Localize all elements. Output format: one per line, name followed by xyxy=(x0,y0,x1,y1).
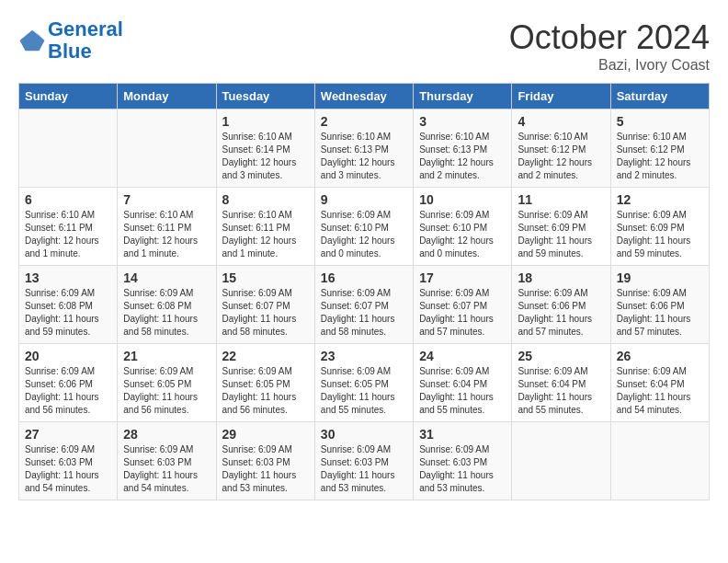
calendar-cell: 19Sunrise: 6:09 AM Sunset: 6:06 PM Dayli… xyxy=(610,266,709,344)
day-number: 20 xyxy=(25,349,111,363)
calendar-week-4: 20Sunrise: 6:09 AM Sunset: 6:06 PM Dayli… xyxy=(19,344,710,422)
calendar-cell: 31Sunrise: 6:09 AM Sunset: 6:03 PM Dayli… xyxy=(414,422,512,500)
day-info: Sunrise: 6:09 AM Sunset: 6:07 PM Dayligh… xyxy=(419,287,506,339)
calendar-week-5: 27Sunrise: 6:09 AM Sunset: 6:03 PM Dayli… xyxy=(19,422,710,500)
day-info: Sunrise: 6:09 AM Sunset: 6:09 PM Dayligh… xyxy=(518,209,604,260)
day-number: 11 xyxy=(518,192,604,207)
day-info: Sunrise: 6:10 AM Sunset: 6:11 PM Dayligh… xyxy=(123,209,210,260)
day-number: 22 xyxy=(222,349,309,363)
calendar-week-3: 13Sunrise: 6:09 AM Sunset: 6:08 PM Dayli… xyxy=(19,266,710,344)
calendar-cell: 13Sunrise: 6:09 AM Sunset: 6:08 PM Dayli… xyxy=(19,266,118,344)
calendar-cell: 23Sunrise: 6:09 AM Sunset: 6:05 PM Dayli… xyxy=(314,344,413,422)
calendar-cell: 29Sunrise: 6:09 AM Sunset: 6:03 PM Dayli… xyxy=(216,422,314,500)
header-cell-wednesday: Wednesday xyxy=(314,84,413,109)
day-number: 27 xyxy=(25,427,111,442)
day-number: 7 xyxy=(123,192,210,207)
day-number: 9 xyxy=(321,192,407,207)
day-info: Sunrise: 6:09 AM Sunset: 6:04 PM Dayligh… xyxy=(518,365,604,417)
calendar-cell: 30Sunrise: 6:09 AM Sunset: 6:03 PM Dayli… xyxy=(314,422,413,500)
day-info: Sunrise: 6:09 AM Sunset: 6:07 PM Dayligh… xyxy=(321,287,407,339)
day-number: 21 xyxy=(123,349,210,363)
day-number: 6 xyxy=(25,192,111,207)
calendar-cell xyxy=(610,422,709,500)
calendar-cell: 11Sunrise: 6:09 AM Sunset: 6:09 PM Dayli… xyxy=(512,188,610,266)
calendar-cell: 24Sunrise: 6:09 AM Sunset: 6:04 PM Dayli… xyxy=(414,344,512,422)
logo-text: General Blue xyxy=(48,18,123,63)
day-info: Sunrise: 6:09 AM Sunset: 6:10 PM Dayligh… xyxy=(419,209,506,260)
day-info: Sunrise: 6:09 AM Sunset: 6:08 PM Dayligh… xyxy=(123,287,210,339)
calendar-cell: 28Sunrise: 6:09 AM Sunset: 6:03 PM Dayli… xyxy=(118,422,216,500)
page-title: October 2024 xyxy=(509,18,710,57)
calendar-cell: 25Sunrise: 6:09 AM Sunset: 6:04 PM Dayli… xyxy=(512,344,610,422)
calendar-week-2: 6Sunrise: 6:10 AM Sunset: 6:11 PM Daylig… xyxy=(19,188,710,266)
calendar-cell: 12Sunrise: 6:09 AM Sunset: 6:09 PM Dayli… xyxy=(610,188,709,266)
calendar-cell: 22Sunrise: 6:09 AM Sunset: 6:05 PM Dayli… xyxy=(216,344,314,422)
calendar-cell: 1Sunrise: 6:10 AM Sunset: 6:14 PM Daylig… xyxy=(216,109,314,188)
day-number: 29 xyxy=(222,427,309,442)
calendar-cell: 20Sunrise: 6:09 AM Sunset: 6:06 PM Dayli… xyxy=(19,344,118,422)
day-number: 1 xyxy=(222,114,309,129)
calendar-cell: 18Sunrise: 6:09 AM Sunset: 6:06 PM Dayli… xyxy=(512,266,610,344)
day-number: 16 xyxy=(321,270,407,285)
day-number: 14 xyxy=(123,270,210,285)
header-cell-friday: Friday xyxy=(512,84,610,109)
calendar-cell xyxy=(19,109,118,188)
day-number: 31 xyxy=(419,427,506,442)
day-info: Sunrise: 6:10 AM Sunset: 6:12 PM Dayligh… xyxy=(518,131,604,182)
logo: General Blue xyxy=(18,18,123,63)
day-number: 18 xyxy=(518,270,604,285)
calendar-cell: 15Sunrise: 6:09 AM Sunset: 6:07 PM Dayli… xyxy=(216,266,314,344)
day-info: Sunrise: 6:10 AM Sunset: 6:12 PM Dayligh… xyxy=(617,131,703,182)
header-cell-tuesday: Tuesday xyxy=(216,84,314,109)
calendar-cell: 6Sunrise: 6:10 AM Sunset: 6:11 PM Daylig… xyxy=(19,188,118,266)
day-info: Sunrise: 6:09 AM Sunset: 6:06 PM Dayligh… xyxy=(25,365,111,417)
day-number: 26 xyxy=(617,349,703,363)
day-info: Sunrise: 6:09 AM Sunset: 6:06 PM Dayligh… xyxy=(518,287,604,339)
calendar-cell: 26Sunrise: 6:09 AM Sunset: 6:04 PM Dayli… xyxy=(610,344,709,422)
day-info: Sunrise: 6:09 AM Sunset: 6:03 PM Dayligh… xyxy=(321,443,407,495)
day-info: Sunrise: 6:09 AM Sunset: 6:05 PM Dayligh… xyxy=(321,365,407,417)
day-info: Sunrise: 6:09 AM Sunset: 6:03 PM Dayligh… xyxy=(222,443,309,495)
calendar-cell: 14Sunrise: 6:09 AM Sunset: 6:08 PM Dayli… xyxy=(118,266,216,344)
calendar-body: 1Sunrise: 6:10 AM Sunset: 6:14 PM Daylig… xyxy=(19,109,710,500)
day-info: Sunrise: 6:09 AM Sunset: 6:05 PM Dayligh… xyxy=(222,365,309,417)
calendar-cell: 5Sunrise: 6:10 AM Sunset: 6:12 PM Daylig… xyxy=(610,109,709,188)
calendar-week-1: 1Sunrise: 6:10 AM Sunset: 6:14 PM Daylig… xyxy=(19,109,710,188)
calendar-cell: 16Sunrise: 6:09 AM Sunset: 6:07 PM Dayli… xyxy=(314,266,413,344)
header-cell-monday: Monday xyxy=(118,84,216,109)
day-number: 2 xyxy=(321,114,407,129)
svg-marker-0 xyxy=(20,30,45,52)
calendar-cell xyxy=(118,109,216,188)
header-cell-thursday: Thursday xyxy=(414,84,512,109)
calendar-cell: 27Sunrise: 6:09 AM Sunset: 6:03 PM Dayli… xyxy=(19,422,118,500)
day-number: 24 xyxy=(419,349,506,363)
day-info: Sunrise: 6:09 AM Sunset: 6:09 PM Dayligh… xyxy=(617,209,703,260)
calendar-header: SundayMondayTuesdayWednesdayThursdayFrid… xyxy=(19,84,710,109)
day-number: 13 xyxy=(25,270,111,285)
title-block: October 2024 Bazi, Ivory Coast xyxy=(509,18,710,74)
day-info: Sunrise: 6:09 AM Sunset: 6:10 PM Dayligh… xyxy=(321,209,407,260)
calendar-table: SundayMondayTuesdayWednesdayThursdayFrid… xyxy=(18,83,710,500)
day-info: Sunrise: 6:09 AM Sunset: 6:08 PM Dayligh… xyxy=(25,287,111,339)
day-number: 23 xyxy=(321,349,407,363)
day-info: Sunrise: 6:10 AM Sunset: 6:11 PM Dayligh… xyxy=(25,209,111,260)
day-info: Sunrise: 6:09 AM Sunset: 6:03 PM Dayligh… xyxy=(419,443,506,495)
day-number: 4 xyxy=(518,114,604,129)
day-info: Sunrise: 6:09 AM Sunset: 6:07 PM Dayligh… xyxy=(222,287,309,339)
day-number: 25 xyxy=(518,349,604,363)
day-info: Sunrise: 6:09 AM Sunset: 6:04 PM Dayligh… xyxy=(617,365,703,417)
day-info: Sunrise: 6:09 AM Sunset: 6:06 PM Dayligh… xyxy=(617,287,703,339)
calendar-cell: 4Sunrise: 6:10 AM Sunset: 6:12 PM Daylig… xyxy=(512,109,610,188)
day-info: Sunrise: 6:10 AM Sunset: 6:11 PM Dayligh… xyxy=(222,209,309,260)
page-subtitle: Bazi, Ivory Coast xyxy=(509,57,710,74)
day-info: Sunrise: 6:10 AM Sunset: 6:14 PM Dayligh… xyxy=(222,131,309,182)
day-number: 3 xyxy=(419,114,506,129)
calendar-cell: 21Sunrise: 6:09 AM Sunset: 6:05 PM Dayli… xyxy=(118,344,216,422)
header-row: SundayMondayTuesdayWednesdayThursdayFrid… xyxy=(19,84,710,109)
calendar-cell: 2Sunrise: 6:10 AM Sunset: 6:13 PM Daylig… xyxy=(314,109,413,188)
day-info: Sunrise: 6:09 AM Sunset: 6:04 PM Dayligh… xyxy=(419,365,506,417)
day-number: 17 xyxy=(419,270,506,285)
day-number: 30 xyxy=(321,427,407,442)
day-number: 15 xyxy=(222,270,309,285)
day-number: 5 xyxy=(617,114,703,129)
